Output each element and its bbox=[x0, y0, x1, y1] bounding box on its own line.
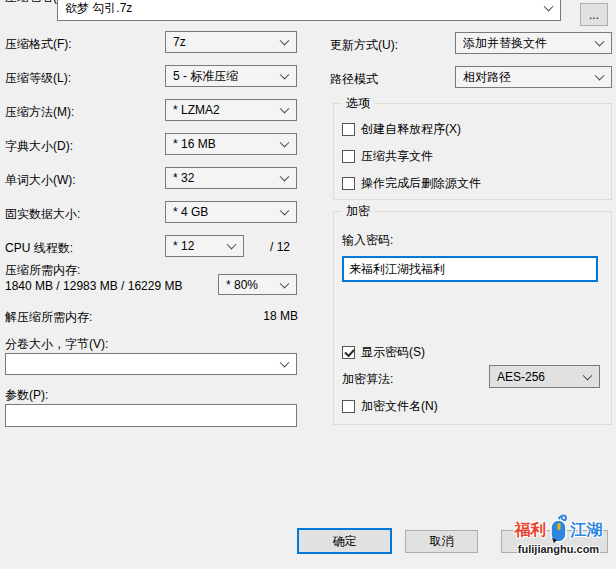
watermark-domain: fulijianghu.com bbox=[501, 543, 616, 555]
checkbox-icon[interactable] bbox=[342, 177, 355, 190]
memory-usage-value: * 80% bbox=[226, 278, 258, 292]
format-label: 压缩格式(F): bbox=[5, 36, 72, 53]
browse-button-label: ... bbox=[589, 8, 599, 22]
watermark-text-left: 福利 bbox=[515, 520, 547, 541]
chevron-down-icon[interactable] bbox=[595, 71, 605, 81]
cpu-threads-combobox[interactable]: * 12 bbox=[165, 235, 244, 257]
options-group-title: 选项 bbox=[342, 95, 374, 112]
cpu-threads-max: / 12 bbox=[270, 240, 290, 254]
checkbox-create-sfx-label: 创建自释放程序(X) bbox=[361, 121, 461, 138]
checkbox-shared-files-label: 压缩共享文件 bbox=[361, 148, 433, 165]
password-label: 输入密码: bbox=[342, 232, 393, 249]
encryption-method-label: 加密算法: bbox=[342, 371, 393, 388]
memory-decompress-value: 18 MB bbox=[220, 309, 298, 323]
method-combobox[interactable]: * LZMA2 bbox=[165, 99, 297, 121]
chevron-down-icon[interactable] bbox=[280, 358, 290, 368]
checkbox-icon[interactable] bbox=[342, 123, 355, 136]
cpu-threads-label: CPU 线程数: bbox=[5, 240, 73, 257]
checkbox-show-password[interactable]: 显示密码(S) bbox=[342, 344, 425, 361]
word-size-value: * 32 bbox=[173, 171, 194, 185]
watermark-text-right: 江湖 bbox=[571, 520, 603, 541]
checkbox-icon[interactable] bbox=[342, 400, 355, 413]
memory-compress-label: 压缩所需内存: bbox=[5, 262, 80, 279]
memory-compress-detail: 1840 MB / 12983 MB / 16229 MB bbox=[5, 279, 182, 293]
chevron-down-icon[interactable] bbox=[280, 104, 290, 114]
chevron-down-icon[interactable] bbox=[280, 206, 290, 216]
update-mode-label: 更新方式(U): bbox=[330, 37, 398, 54]
checkbox-encrypt-filenames[interactable]: 加密文件名(N) bbox=[342, 398, 438, 415]
add-to-archive-dialog: 压缩包名(A): 欲梦 勾引.7z ... 压缩格式(F): 7z 压缩等级(L… bbox=[0, 0, 616, 569]
browse-button[interactable]: ... bbox=[580, 3, 608, 26]
checkbox-icon[interactable] bbox=[342, 150, 355, 163]
chevron-down-icon[interactable] bbox=[280, 70, 290, 80]
path-mode-label: 路径模式 bbox=[330, 71, 378, 88]
cancel-button-label: 取消 bbox=[430, 533, 454, 550]
checkbox-icon[interactable] bbox=[342, 346, 355, 359]
checkbox-shared-files[interactable]: 压缩共享文件 bbox=[342, 148, 433, 165]
fulijianghu-watermark: 福利 江湖 fulijianghu.com bbox=[501, 515, 616, 567]
solid-block-label: 固实数据大小: bbox=[5, 206, 80, 223]
dictionary-label: 字典大小(D): bbox=[5, 138, 73, 155]
chevron-down-icon[interactable] bbox=[227, 240, 237, 250]
checkbox-encrypt-filenames-label: 加密文件名(N) bbox=[361, 398, 438, 415]
dictionary-combobox[interactable]: * 16 MB bbox=[165, 133, 297, 155]
chevron-down-icon[interactable] bbox=[280, 36, 290, 46]
cpu-threads-value: * 12 bbox=[173, 239, 194, 253]
word-size-combobox[interactable]: * 32 bbox=[165, 167, 297, 189]
checkbox-create-sfx[interactable]: 创建自释放程序(X) bbox=[342, 121, 461, 138]
memory-usage-combobox[interactable]: * 80% bbox=[218, 274, 297, 295]
password-input[interactable] bbox=[342, 256, 598, 282]
chevron-down-icon[interactable] bbox=[280, 278, 290, 288]
solid-block-combobox[interactable]: * 4 GB bbox=[165, 201, 297, 223]
parameters-input[interactable] bbox=[5, 404, 297, 427]
level-value: 5 - 标准压缩 bbox=[173, 68, 238, 85]
word-size-label: 单词大小(W): bbox=[5, 172, 76, 189]
memory-decompress-label: 解压缩所需内存: bbox=[5, 309, 92, 326]
path-mode-value: 相对路径 bbox=[463, 69, 511, 86]
path-mode-combobox[interactable]: 相对路径 bbox=[455, 66, 612, 88]
solid-block-value: * 4 GB bbox=[173, 205, 208, 219]
archive-name-value: 欲梦 勾引.7z bbox=[65, 0, 132, 17]
chevron-down-icon[interactable] bbox=[544, 2, 554, 12]
checkbox-delete-after-label: 操作完成后删除源文件 bbox=[361, 175, 481, 192]
update-mode-value: 添加并替换文件 bbox=[463, 35, 547, 52]
update-mode-combobox[interactable]: 添加并替换文件 bbox=[455, 32, 612, 54]
encryption-group-title: 加密 bbox=[342, 203, 374, 220]
volume-size-label: 分卷大小，字节(V): bbox=[5, 336, 108, 353]
method-value: * LZMA2 bbox=[173, 103, 220, 117]
encryption-method-combobox[interactable]: AES-256 bbox=[489, 365, 600, 388]
method-label: 压缩方法(M): bbox=[5, 104, 74, 121]
chevron-down-icon[interactable] bbox=[595, 37, 605, 47]
format-combobox[interactable]: 7z bbox=[165, 31, 297, 53]
ok-button[interactable]: 确定 bbox=[297, 528, 392, 554]
volume-size-combobox[interactable] bbox=[5, 353, 297, 375]
checkbox-delete-after[interactable]: 操作完成后删除源文件 bbox=[342, 175, 481, 192]
format-value: 7z bbox=[173, 35, 186, 49]
encryption-method-value: AES-256 bbox=[497, 370, 545, 384]
chevron-down-icon[interactable] bbox=[280, 172, 290, 182]
mouse-icon bbox=[548, 512, 570, 544]
level-combobox[interactable]: 5 - 标准压缩 bbox=[165, 65, 297, 87]
cancel-button[interactable]: 取消 bbox=[405, 530, 478, 553]
archive-name-combobox[interactable]: 欲梦 勾引.7z bbox=[57, 0, 561, 21]
level-label: 压缩等级(L): bbox=[5, 70, 71, 87]
ok-button-label: 确定 bbox=[333, 533, 357, 550]
chevron-down-icon[interactable] bbox=[583, 370, 593, 380]
dictionary-value: * 16 MB bbox=[173, 137, 216, 151]
checkbox-show-password-label: 显示密码(S) bbox=[361, 344, 425, 361]
parameters-label: 参数(P): bbox=[5, 387, 48, 404]
chevron-down-icon[interactable] bbox=[280, 138, 290, 148]
